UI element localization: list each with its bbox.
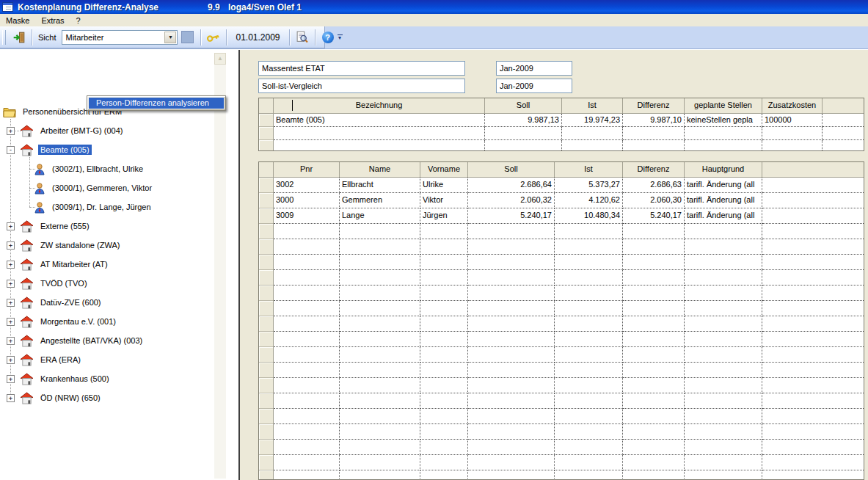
preview-button[interactable] (293, 28, 312, 47)
expand-icon[interactable]: + (7, 241, 15, 250)
view-combobox[interactable]: Mitarbeiter ▼ (62, 30, 178, 45)
cell-differenz[interactable]: 9.987,10 (623, 114, 685, 127)
row-header[interactable] (259, 316, 274, 332)
tree-item-tvoed[interactable]: + TVÖD (TVO) (7, 276, 90, 291)
expand-icon[interactable]: + (7, 280, 15, 288)
cell-differenz[interactable]: 2.686,63 (623, 178, 685, 193)
menu-help[interactable]: ? (70, 15, 87, 26)
expand-icon[interactable]: + (7, 356, 15, 364)
row-header[interactable] (259, 208, 274, 224)
row-header[interactable] (259, 239, 274, 255)
row-header[interactable] (259, 286, 274, 301)
row-header[interactable] (259, 440, 274, 455)
cell-pnr[interactable]: 3009 (274, 208, 340, 224)
vergleich-name-field[interactable] (258, 79, 465, 93)
tree-item-angestellte[interactable]: + Angestellte (BAT/VKA) (003) (7, 333, 145, 348)
menu-maske[interactable]: Maske (0, 15, 35, 26)
tree-item-person-3009[interactable]: (3009/1), Dr. Lange, Jürgen (34, 200, 153, 214)
row-header[interactable] (259, 224, 274, 239)
cell-geplante-stellen[interactable]: keineStellen gepla (685, 114, 762, 127)
tree-item-at-mitarbeiter[interactable]: + AT Mitarbeiter (AT) (7, 257, 110, 272)
exit-button[interactable] (10, 28, 29, 47)
column-header-soll[interactable]: Soll (485, 98, 562, 114)
tree-item-externe[interactable]: + Externe (555) (7, 219, 92, 233)
column-header-bezeichnung[interactable]: Bezeichnung (274, 98, 485, 114)
collapse-icon[interactable]: - (7, 146, 15, 154)
expand-icon[interactable]: + (7, 222, 15, 230)
cell-zusatzkosten[interactable]: 100000 (762, 114, 823, 127)
cell-ist[interactable]: 10.480,34 (555, 208, 623, 224)
row-header[interactable] (259, 193, 274, 208)
column-header-geplante-stellen[interactable]: geplante Stellen (685, 98, 762, 114)
expand-icon[interactable]: + (7, 299, 15, 307)
row-header[interactable] (259, 347, 274, 363)
menu-extras[interactable]: Extras (35, 15, 70, 26)
cell-name[interactable]: Lange (340, 208, 420, 224)
cell-pnr[interactable]: 3000 (274, 193, 340, 208)
row-header[interactable] (259, 332, 274, 347)
cell-vorname[interactable]: Viktor (420, 193, 468, 208)
expand-icon[interactable]: + (7, 318, 15, 326)
summary-row[interactable]: Beamte (005) 9.987,13 19.974,23 9.987,10… (259, 114, 864, 127)
tree-item-krankenhaus[interactable]: + Krankenhaus (500) (7, 371, 112, 386)
tree-item-zw-standalone[interactable]: + ZW standalone (ZWA) (7, 238, 122, 252)
column-header-vorname[interactable]: Vorname (420, 162, 468, 178)
row-header[interactable] (259, 178, 274, 193)
row-header[interactable] (259, 114, 274, 127)
row-header[interactable] (259, 255, 274, 270)
column-header-differenz[interactable]: Differenz (623, 98, 685, 114)
column-header-soll[interactable]: Soll (468, 162, 555, 178)
column-header-differenz[interactable]: Differenz (623, 162, 685, 178)
cell-name[interactable]: Gemmeren (340, 193, 420, 208)
cell-bezeichnung[interactable]: Beamte (005) (274, 114, 485, 127)
cell-hauptgrund[interactable]: tarifl. Änderung (all (685, 208, 762, 224)
tree-item-beamte[interactable]: - Beamte (005) (7, 142, 92, 157)
cell-soll[interactable]: 2.686,64 (468, 178, 555, 193)
tree-item-era[interactable]: + ERA (ERA) (7, 352, 83, 367)
cell-name[interactable]: Ellbracht (340, 178, 420, 193)
detail-row[interactable]: 3009 Lange Jürgen 5.240,17 10.480,34 5.2… (259, 208, 864, 224)
expand-icon[interactable]: + (7, 394, 15, 402)
scroll-up-button[interactable]: ▲ (214, 53, 226, 65)
column-header-zusatzkosten[interactable]: Zusatzkosten (762, 98, 823, 114)
tree-scrollbar[interactable]: ▲ (214, 53, 226, 479)
row-header[interactable] (259, 393, 274, 409)
cell-ist[interactable]: 4.120,62 (555, 193, 623, 208)
cell-differenz[interactable]: 5.240,17 (623, 208, 685, 224)
expand-icon[interactable]: + (7, 337, 15, 345)
row-header[interactable] (259, 363, 274, 378)
vergleich-period-field[interactable] (496, 79, 572, 93)
detail-row[interactable]: 3002 Ellbracht Ulrike 2.686,64 5.373,27 … (259, 178, 864, 193)
cell-hauptgrund[interactable]: tarifl. Änderung (all (685, 193, 762, 208)
tree-item-person-3002[interactable]: (3002/1), Ellbracht, Ulrike (34, 161, 145, 176)
expand-icon[interactable]: + (7, 261, 15, 269)
cell-ist[interactable]: 5.373,27 (555, 178, 623, 193)
detail-row[interactable]: 3000 Gemmeren Viktor 2.060,32 4.120,62 2… (259, 193, 864, 208)
etat-period-field[interactable] (496, 61, 572, 76)
row-header[interactable] (259, 424, 274, 440)
column-header-ist[interactable]: Ist (555, 162, 623, 178)
help-button[interactable]: ? (318, 28, 338, 47)
tree-item-person-3000[interactable]: (3000/1), Gemmeren, Viktor (34, 181, 154, 195)
column-header-pnr[interactable]: Pnr (274, 162, 340, 178)
cell-hauptgrund[interactable]: tarifl. Änderung (all (685, 178, 762, 193)
row-header[interactable] (259, 409, 274, 424)
cell-vorname[interactable]: Jürgen (420, 208, 468, 224)
tree-item-datuev-zve[interactable]: + Datüv-ZVE (600) (7, 295, 103, 310)
row-header[interactable] (259, 455, 274, 470)
cell-ist[interactable]: 19.974,23 (562, 114, 623, 127)
expand-icon[interactable]: + (7, 375, 15, 383)
cell-vorname[interactable]: Ulrike (420, 178, 468, 193)
cell-soll[interactable]: 5.240,17 (468, 208, 555, 224)
row-header[interactable] (259, 140, 274, 151)
column-header-ist[interactable]: Ist (562, 98, 623, 114)
toolbar-grip[interactable] (2, 30, 6, 45)
context-menu-item-analyze[interactable]: Person-Differenzen analysieren (89, 98, 224, 109)
cell-soll[interactable]: 9.987,13 (485, 114, 562, 127)
row-header[interactable] (259, 470, 274, 480)
expand-icon[interactable]: + (7, 127, 15, 135)
row-header[interactable] (259, 378, 274, 393)
row-header[interactable] (259, 127, 274, 140)
tree-item-morgentau[interactable]: + Morgentau e.V. (001) (7, 314, 118, 329)
tree-item-arbeiter[interactable]: + Arbeiter (BMT-G) (004) (7, 123, 125, 138)
